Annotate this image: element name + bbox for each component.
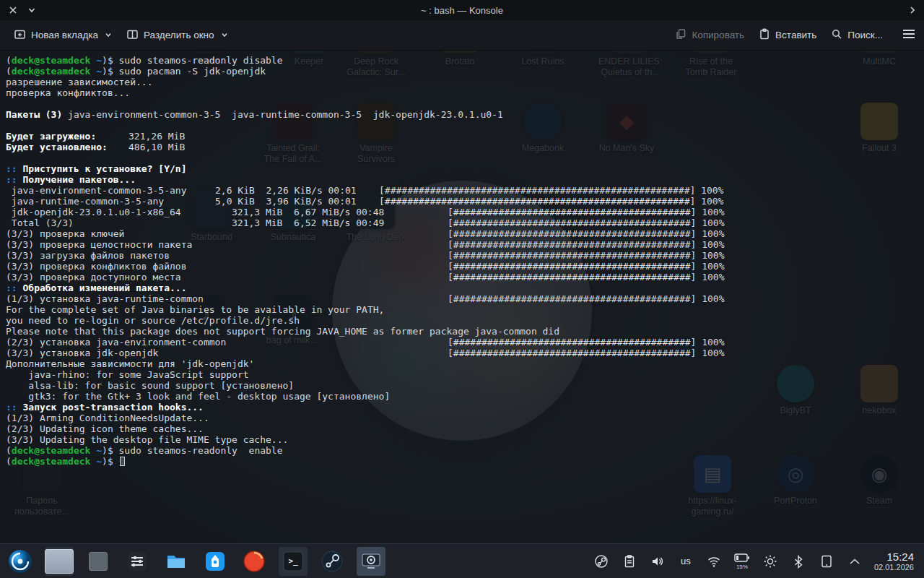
split-window-label: Разделить окно bbox=[144, 30, 214, 40]
terminal-line: Total (3/3)321,3 MiB 6,52 MiB/s 00:49[##… bbox=[6, 217, 924, 228]
copy-icon bbox=[675, 28, 687, 42]
copy-button[interactable]: Копировать bbox=[670, 24, 749, 46]
clipboard-icon[interactable] bbox=[622, 554, 637, 569]
window-title: ~ : bash — Konsole bbox=[0, 5, 924, 16]
terminal-line bbox=[6, 152, 924, 163]
taskbar-left: >_ bbox=[6, 547, 385, 576]
terminal-line bbox=[6, 98, 924, 109]
chevron-down-icon bbox=[221, 30, 228, 40]
wifi-icon[interactable] bbox=[706, 554, 722, 569]
terminal-line: :: Приступить к установке? [Y/n] bbox=[6, 163, 924, 174]
app-launcher-button[interactable] bbox=[6, 547, 35, 576]
terminal-line: Будет установлено:486,10 MiB bbox=[6, 142, 924, 152]
terminal-line: java-runtime-common-3-5-any5,0 KiB 3,96 … bbox=[6, 196, 924, 207]
expand-tray-caret-icon[interactable] bbox=[847, 558, 863, 565]
terminal-line: (deck@steamdeck ~)$ sudo steamos-readonl… bbox=[6, 55, 924, 66]
battery-icon[interactable]: 15% bbox=[734, 553, 750, 570]
terminal-line: jdk-openjdk-23.0.1.u0-1-x86_64321,3 MiB … bbox=[6, 207, 924, 217]
taskbar-konsole-icon[interactable]: >_ bbox=[279, 547, 308, 576]
terminal-line: Please note that this package does not s… bbox=[6, 326, 924, 337]
terminal-line: For the complete set of Java binaries to… bbox=[6, 304, 924, 315]
taskbar: >_ us 15% bbox=[0, 543, 924, 578]
terminal-line: (3/3) Updating the desktop file MIME typ… bbox=[6, 434, 924, 445]
terminal-line: (1/3) установка java-runtime-common[####… bbox=[6, 293, 924, 304]
paste-button[interactable]: Вставить bbox=[754, 24, 821, 46]
terminal-line: Дополнительные зависимости для 'jdk-open… bbox=[6, 358, 924, 369]
digital-clock[interactable]: 15:24 02.01.2026 bbox=[874, 551, 914, 572]
terminal-line: java-rhino: for some JavaScript support bbox=[6, 369, 924, 380]
terminal-line: (deck@steamdeck ~)$ bbox=[6, 456, 924, 467]
window-toolbar: Новая вкладка Разделить окно Копировать bbox=[0, 20, 924, 51]
terminal-line: (3/3) установка jdk-openjdk[############… bbox=[6, 348, 924, 358]
terminal-line: (3/3) проверка целостности пакета[######… bbox=[6, 239, 924, 250]
brightness-icon[interactable] bbox=[762, 554, 778, 569]
taskbar-system-settings-icon[interactable] bbox=[123, 547, 152, 576]
chevron-right-icon[interactable] bbox=[907, 4, 918, 16]
terminal-line: you need to re-login or source /etc/prof… bbox=[6, 315, 924, 326]
new-tab-label: Новая вкладка bbox=[31, 30, 98, 40]
battery-percent-label: 15% bbox=[736, 564, 748, 570]
konsole-window: ~ : bash — Konsole Новая вкладка Раздели… bbox=[0, 0, 924, 543]
window-thumbnail-small bbox=[89, 552, 108, 571]
terminal-line: (deck@steamdeck ~)$ sudo steamos-readonl… bbox=[6, 445, 924, 456]
terminal-line: (2/3) Updating icon theme caches... bbox=[6, 423, 924, 434]
split-window-button[interactable]: Разделить окно bbox=[121, 24, 233, 47]
terminal-line: (1/3) Arming ConditionNeedsUpdate... bbox=[6, 413, 924, 423]
window-titlebar: ~ : bash — Konsole bbox=[0, 0, 924, 20]
terminal-line: (3/3) проверка ключей[##################… bbox=[6, 228, 924, 239]
keyboard-layout-label: us bbox=[681, 556, 691, 566]
split-window-icon bbox=[126, 28, 139, 43]
terminal-line bbox=[6, 120, 924, 131]
terminal-line: (3/3) проверка конфликтов файлов[#######… bbox=[6, 261, 924, 272]
volume-icon[interactable] bbox=[650, 554, 666, 569]
search-icon bbox=[831, 28, 842, 42]
taskbar-file-manager-icon[interactable] bbox=[162, 547, 191, 576]
bluetooth-icon[interactable] bbox=[790, 554, 806, 569]
terminal-line: :: Запуск post-transaction hooks... bbox=[6, 402, 924, 413]
system-tray: us 15% bbox=[593, 553, 863, 570]
terminal-line: alsa-lib: for basic sound support [устан… bbox=[6, 380, 924, 391]
terminal-cursor bbox=[120, 457, 125, 466]
keyboard-layout-indicator[interactable]: us bbox=[678, 556, 694, 566]
taskbar-browser-icon[interactable] bbox=[240, 547, 269, 576]
terminal-line: :: Обработка изменений пакета... bbox=[6, 282, 924, 293]
terminal-output[interactable]: (deck@steamdeck ~)$ sudo steamos-readonl… bbox=[0, 51, 924, 543]
taskbar-steam-icon[interactable] bbox=[318, 547, 346, 576]
window-preview-minimized[interactable] bbox=[84, 547, 113, 576]
terminal-line: (2/3) установка java-environment-common[… bbox=[6, 337, 924, 348]
terminal-line: (deck@steamdeck ~)$ sudo pacman -S jdk-o… bbox=[6, 66, 924, 77]
terminal-line: (3/3) загрузка файлов пакетов[##########… bbox=[6, 250, 924, 261]
clock-time: 15:24 bbox=[874, 551, 914, 563]
chevron-down-icon bbox=[105, 30, 112, 40]
hamburger-menu-icon[interactable] bbox=[902, 29, 915, 41]
terminal-line: java-environment-common-3-5-any2,6 KiB 2… bbox=[6, 185, 924, 196]
paste-icon bbox=[759, 28, 770, 42]
tablet-device-icon[interactable] bbox=[819, 554, 834, 569]
clock-date: 02.01.2026 bbox=[874, 563, 914, 572]
steam-tray-icon[interactable] bbox=[593, 554, 609, 569]
konsole-prompt-glyph: >_ bbox=[288, 556, 297, 566]
terminal-line: Пакеты (3) java-environment-common-3-5 j… bbox=[6, 109, 924, 120]
paste-label: Вставить bbox=[775, 30, 816, 40]
terminal-line: проверка конфликтов... bbox=[6, 87, 924, 98]
search-label: Поиск... bbox=[847, 30, 883, 40]
terminal-line: Будет загружено:321,26 MiB bbox=[6, 131, 924, 142]
new-tab-icon bbox=[14, 28, 26, 43]
window-preview[interactable] bbox=[45, 547, 74, 576]
terminal-line: gtk3: for the Gtk+ 3 look and feel - des… bbox=[6, 391, 924, 402]
terminal-line: разрешение зависимостей... bbox=[6, 77, 924, 87]
taskbar-screenshot-tool-icon[interactable] bbox=[357, 547, 385, 576]
terminal-line: (3/3) проверка доступного места[########… bbox=[6, 272, 924, 282]
copy-label: Копировать bbox=[692, 30, 744, 40]
search-button[interactable]: Поиск... bbox=[826, 24, 888, 46]
taskbar-discover-icon[interactable] bbox=[201, 547, 230, 576]
new-tab-button[interactable]: Новая вкладка bbox=[9, 24, 117, 47]
terminal-line: :: Получение пакетов... bbox=[6, 174, 924, 185]
window-thumbnail bbox=[45, 549, 74, 574]
